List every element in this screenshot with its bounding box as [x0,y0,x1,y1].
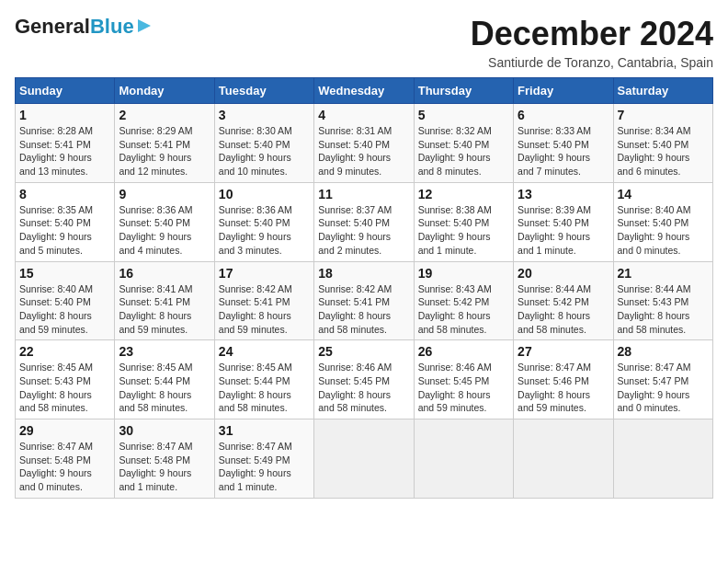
day-number: 23 [119,344,210,359]
day-number: 24 [219,344,310,359]
day-info: Sunrise: 8:42 AMSunset: 5:41 PMDaylight:… [219,282,310,337]
day-info: Sunrise: 8:36 AMSunset: 5:40 PMDaylight:… [119,203,210,258]
table-row: 28Sunrise: 8:47 AMSunset: 5:47 PMDayligh… [613,340,712,419]
day-number: 5 [418,108,509,122]
day-number: 3 [219,108,310,122]
day-number: 13 [518,187,609,201]
table-row: 30Sunrise: 8:47 AMSunset: 5:48 PMDayligh… [115,419,214,499]
table-row: 13Sunrise: 8:39 AMSunset: 5:40 PMDayligh… [514,182,613,261]
day-info: Sunrise: 8:47 AMSunset: 5:48 PMDaylight:… [19,440,110,494]
day-number: 31 [219,423,310,438]
day-number: 6 [518,108,609,122]
day-number: 27 [518,344,609,359]
table-row: 1Sunrise: 8:28 AMSunset: 5:41 PMDaylight… [16,104,115,183]
header-wednesday: Wednesday [314,78,414,104]
month-title: December 2024 [471,15,713,53]
day-info: Sunrise: 8:46 AMSunset: 5:45 PMDaylight:… [318,361,409,415]
logo-general-text: General [15,15,90,39]
table-row: 5Sunrise: 8:32 AMSunset: 5:40 PMDaylight… [414,104,513,183]
day-number: 14 [618,187,709,201]
calendar-table: Sunday Monday Tuesday Wednesday Thursday… [15,77,713,499]
day-info: Sunrise: 8:32 AMSunset: 5:40 PMDaylight:… [418,124,509,178]
day-info: Sunrise: 8:34 AMSunset: 5:40 PMDaylight:… [618,124,709,178]
day-info: Sunrise: 8:40 AMSunset: 5:40 PMDaylight:… [618,203,709,258]
table-row: 11Sunrise: 8:37 AMSunset: 5:40 PMDayligh… [314,182,414,261]
title-block: December 2024 Santiurde de Toranzo, Cant… [471,15,713,70]
header-tuesday: Tuesday [214,78,313,104]
day-info: Sunrise: 8:47 AMSunset: 5:47 PMDaylight:… [618,361,709,415]
table-row: 27Sunrise: 8:47 AMSunset: 5:46 PMDayligh… [514,340,613,419]
day-info: Sunrise: 8:37 AMSunset: 5:40 PMDaylight:… [318,203,409,258]
day-number: 17 [219,266,310,281]
day-info: Sunrise: 8:35 AMSunset: 5:40 PMDaylight:… [19,203,110,258]
day-info: Sunrise: 8:45 AMSunset: 5:43 PMDaylight:… [19,361,110,415]
table-row [414,419,513,499]
day-number: 11 [318,187,409,201]
day-info: Sunrise: 8:44 AMSunset: 5:43 PMDaylight:… [618,282,709,337]
page-header: General Blue December 2024 Santiurde de … [15,15,713,70]
logo: General Blue [15,15,153,39]
day-info: Sunrise: 8:42 AMSunset: 5:41 PMDaylight:… [318,282,409,337]
day-info: Sunrise: 8:44 AMSunset: 5:42 PMDaylight:… [518,282,609,337]
table-row: 29Sunrise: 8:47 AMSunset: 5:48 PMDayligh… [16,419,115,499]
table-row [514,419,613,499]
day-info: Sunrise: 8:31 AMSunset: 5:40 PMDaylight:… [318,124,409,178]
calendar-week-row: 1Sunrise: 8:28 AMSunset: 5:41 PMDaylight… [16,104,713,183]
day-info: Sunrise: 8:47 AMSunset: 5:49 PMDaylight:… [219,440,310,494]
day-number: 28 [618,344,709,359]
calendar-week-row: 29Sunrise: 8:47 AMSunset: 5:48 PMDayligh… [16,419,713,499]
day-info: Sunrise: 8:36 AMSunset: 5:40 PMDaylight:… [219,203,310,258]
table-row: 31Sunrise: 8:47 AMSunset: 5:49 PMDayligh… [214,419,313,499]
day-info: Sunrise: 8:40 AMSunset: 5:40 PMDaylight:… [19,282,110,337]
location-text: Santiurde de Toranzo, Cantabria, Spain [471,55,713,70]
day-number: 20 [518,266,609,281]
day-number: 10 [219,187,310,201]
day-info: Sunrise: 8:38 AMSunset: 5:40 PMDaylight:… [418,203,509,258]
day-number: 18 [318,266,409,281]
logo-arrow-icon [136,17,153,34]
header-friday: Friday [514,78,613,104]
table-row: 18Sunrise: 8:42 AMSunset: 5:41 PMDayligh… [314,261,414,340]
day-info: Sunrise: 8:30 AMSunset: 5:40 PMDaylight:… [219,124,310,178]
table-row: 10Sunrise: 8:36 AMSunset: 5:40 PMDayligh… [214,182,313,261]
day-info: Sunrise: 8:29 AMSunset: 5:41 PMDaylight:… [119,124,210,178]
day-number: 30 [119,423,210,438]
day-info: Sunrise: 8:41 AMSunset: 5:41 PMDaylight:… [119,282,210,337]
table-row: 12Sunrise: 8:38 AMSunset: 5:40 PMDayligh… [414,182,513,261]
table-row: 9Sunrise: 8:36 AMSunset: 5:40 PMDaylight… [115,182,214,261]
day-info: Sunrise: 8:45 AMSunset: 5:44 PMDaylight:… [219,361,310,415]
day-number: 4 [318,108,409,122]
table-row: 14Sunrise: 8:40 AMSunset: 5:40 PMDayligh… [613,182,712,261]
day-number: 12 [418,187,509,201]
table-row: 7Sunrise: 8:34 AMSunset: 5:40 PMDaylight… [613,104,712,183]
day-info: Sunrise: 8:28 AMSunset: 5:41 PMDaylight:… [19,124,110,178]
day-info: Sunrise: 8:47 AMSunset: 5:46 PMDaylight:… [518,361,609,415]
table-row: 4Sunrise: 8:31 AMSunset: 5:40 PMDaylight… [314,104,414,183]
calendar-header-row: Sunday Monday Tuesday Wednesday Thursday… [16,78,713,104]
day-number: 8 [19,187,110,201]
table-row: 15Sunrise: 8:40 AMSunset: 5:40 PMDayligh… [16,261,115,340]
calendar-week-row: 15Sunrise: 8:40 AMSunset: 5:40 PMDayligh… [16,261,713,340]
table-row: 16Sunrise: 8:41 AMSunset: 5:41 PMDayligh… [115,261,214,340]
day-number: 29 [19,423,110,438]
day-number: 19 [418,266,509,281]
day-number: 15 [19,266,110,281]
day-info: Sunrise: 8:46 AMSunset: 5:45 PMDaylight:… [418,361,509,415]
day-number: 26 [418,344,509,359]
day-info: Sunrise: 8:43 AMSunset: 5:42 PMDaylight:… [418,282,509,337]
table-row [613,419,712,499]
table-row: 22Sunrise: 8:45 AMSunset: 5:43 PMDayligh… [16,340,115,419]
table-row: 21Sunrise: 8:44 AMSunset: 5:43 PMDayligh… [613,261,712,340]
table-row: 23Sunrise: 8:45 AMSunset: 5:44 PMDayligh… [115,340,214,419]
day-info: Sunrise: 8:47 AMSunset: 5:48 PMDaylight:… [119,440,210,494]
table-row: 6Sunrise: 8:33 AMSunset: 5:40 PMDaylight… [514,104,613,183]
day-number: 16 [119,266,210,281]
header-thursday: Thursday [414,78,513,104]
header-saturday: Saturday [613,78,712,104]
calendar-week-row: 8Sunrise: 8:35 AMSunset: 5:40 PMDaylight… [16,182,713,261]
table-row: 3Sunrise: 8:30 AMSunset: 5:40 PMDaylight… [214,104,313,183]
day-number: 7 [618,108,709,122]
table-row: 17Sunrise: 8:42 AMSunset: 5:41 PMDayligh… [214,261,313,340]
table-row: 19Sunrise: 8:43 AMSunset: 5:42 PMDayligh… [414,261,513,340]
day-info: Sunrise: 8:33 AMSunset: 5:40 PMDaylight:… [518,124,609,178]
